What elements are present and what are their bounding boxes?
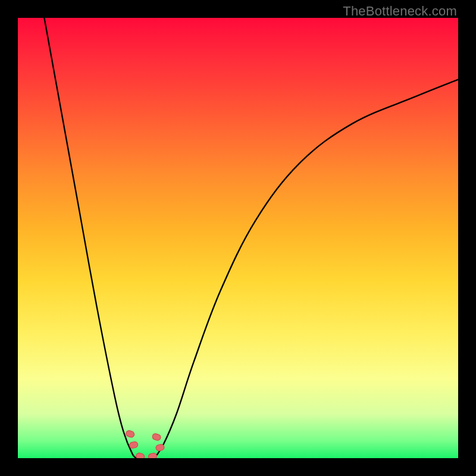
curve-layer <box>18 18 458 458</box>
trough-marker <box>155 444 165 452</box>
watermark-text: TheBottleneck.com <box>343 4 457 19</box>
chart-frame: TheBottleneck.com <box>0 0 476 476</box>
curve-left-branch <box>44 18 136 458</box>
trough-marker <box>148 453 158 458</box>
trough-marker <box>125 430 134 438</box>
plot-area <box>18 18 458 458</box>
trough-marker <box>136 452 145 458</box>
curve-right-branch <box>154 80 458 458</box>
trough-marker <box>129 441 139 449</box>
trough-marker <box>152 433 161 441</box>
trough-markers <box>125 430 164 458</box>
